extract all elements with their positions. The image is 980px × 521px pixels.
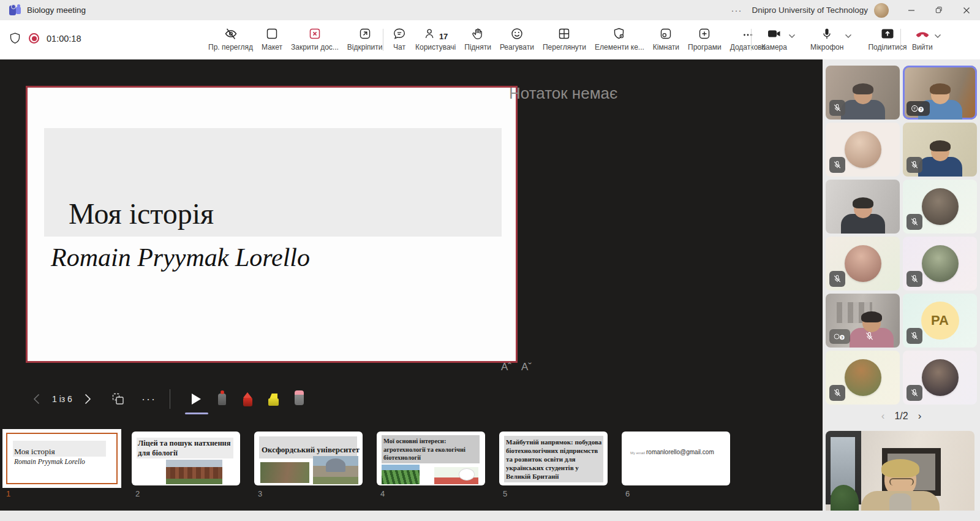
participant-avatar-tile[interactable] xyxy=(826,351,900,405)
slide-thumbnail-6[interactable]: My email romanlorello@gmail.com xyxy=(622,432,730,485)
participant-avatar-tile[interactable] xyxy=(903,237,977,291)
window-title: Biology meeting xyxy=(27,6,86,15)
slide-counter: 1 із 6 xyxy=(52,394,72,404)
participant-avatar-tile[interactable] xyxy=(903,180,977,234)
leave-icon xyxy=(914,25,931,41)
participants-sidebar: ? xyxy=(823,59,980,521)
titlebar-overflow-icon[interactable]: ··· xyxy=(731,5,742,15)
slide-nav-more-button[interactable]: ··· xyxy=(141,393,156,406)
rooms-button[interactable]: Кімнати xyxy=(649,25,684,51)
slide-number-4: 4 xyxy=(380,489,385,498)
slide-thumbnail-1[interactable]: Моя історія Romain Pryymak Lorello xyxy=(2,429,121,488)
microphone-icon xyxy=(820,25,834,41)
presenter-view-button[interactable]: Пр. перегляд xyxy=(204,25,257,51)
participant-video-tile[interactable]: ? xyxy=(826,294,900,348)
participant-video-tile[interactable] xyxy=(826,66,900,120)
participant-avatar-tile[interactable] xyxy=(826,237,900,291)
close-button[interactable] xyxy=(952,0,980,20)
thumbnail-3-garden-photo xyxy=(260,462,309,483)
slide-thumbnail-4[interactable]: Мої основні інтереси: агротехнології та … xyxy=(377,432,485,485)
slide-thumbnail-3[interactable]: Оксфордський університет xyxy=(254,432,363,485)
reaction-badge: ? xyxy=(829,329,850,344)
apps-icon xyxy=(697,25,712,41)
account-avatar[interactable] xyxy=(874,3,889,18)
laser-pointer-button[interactable] xyxy=(212,389,233,409)
unpin-button[interactable]: Відкріпити xyxy=(343,25,387,51)
layout-icon xyxy=(265,25,279,41)
presenter-figure xyxy=(861,463,940,517)
spotlight-video-tile[interactable] xyxy=(826,431,974,517)
next-slide-button[interactable] xyxy=(81,394,95,405)
slide-thumbnail-2[interactable]: Ліцей та пошук натхнення для біології xyxy=(132,432,240,485)
maximize-button[interactable] xyxy=(925,0,952,20)
font-decrease-button[interactable]: Aˇ xyxy=(521,361,532,373)
mic-muted-badge xyxy=(829,271,845,287)
pen-tool-button[interactable] xyxy=(238,389,258,409)
participant-avatar-tile[interactable] xyxy=(826,123,900,177)
cursor-icon xyxy=(192,394,201,405)
minimize-button[interactable] xyxy=(897,0,925,20)
chat-button[interactable]: Чат xyxy=(388,25,411,51)
camera-button[interactable]: Камера xyxy=(757,25,800,51)
raise-hand-button[interactable]: Підняти xyxy=(460,25,496,51)
mic-muted-badge xyxy=(907,271,922,287)
mic-muted-badge xyxy=(907,385,922,401)
window-bottom-strip xyxy=(0,511,980,521)
laser-pointer-icon xyxy=(218,394,226,405)
people-button[interactable]: 17 Користувачі xyxy=(411,25,460,51)
slide-number-3: 3 xyxy=(258,489,262,498)
pagination-next-button[interactable]: › xyxy=(918,410,922,422)
participant-video-tile-active-speaker[interactable]: ? xyxy=(903,66,977,120)
slide-number-6: 6 xyxy=(625,489,630,498)
participant-avatar xyxy=(845,131,881,168)
camera-chevron-icon[interactable] xyxy=(788,34,796,39)
participant-avatar xyxy=(922,359,959,396)
record-indicator xyxy=(29,33,39,44)
cursor-tool-button[interactable] xyxy=(186,389,207,409)
shield-icon[interactable] xyxy=(9,31,21,45)
apps-button[interactable]: Програми xyxy=(684,25,726,51)
share-icon xyxy=(880,25,895,41)
slide-thumbnail-5[interactable]: Майбутній напрямок: побудова біотехнолог… xyxy=(499,432,608,485)
slide-number-5: 5 xyxy=(503,489,507,498)
current-slide[interactable]: Моя історія Romain Pryymak Lorello xyxy=(26,86,518,363)
participants-count: 17 xyxy=(439,32,448,41)
share-button[interactable]: Поділитися xyxy=(864,25,911,51)
thumbnail-4-illustration xyxy=(434,467,478,484)
thumbnail-2-building-photo xyxy=(166,460,222,484)
microphone-button[interactable]: Мікрофон xyxy=(806,25,856,51)
participant-avatar-tile[interactable] xyxy=(903,351,977,405)
mic-muted-badge xyxy=(907,157,922,173)
leave-chevron-icon[interactable] xyxy=(934,34,941,39)
teams-logo-icon xyxy=(9,4,21,17)
control-elements-icon xyxy=(612,25,627,41)
thumbnail-4-field-photo xyxy=(382,465,420,484)
reaction-badge: ? xyxy=(907,101,930,116)
presentation-stage: Моя історія Romain Pryymak Lorello Нотат… xyxy=(0,59,823,511)
view-icon xyxy=(557,25,571,41)
participant-initials-tile[interactable]: PA xyxy=(903,294,977,348)
close-share-button[interactable]: Закрити дос... xyxy=(287,25,343,51)
leave-button[interactable]: Вийти xyxy=(908,25,946,51)
react-icon xyxy=(510,25,524,41)
react-button[interactable]: Реагувати xyxy=(496,25,538,51)
slide-subtitle: Romain Pryymak Lorello xyxy=(51,243,310,272)
highlighter-icon xyxy=(268,398,279,406)
participant-video-tile[interactable] xyxy=(903,123,977,177)
account-name[interactable]: Dnipro University of Technology xyxy=(752,6,868,15)
pagination-label: 1/2 xyxy=(894,411,908,422)
highlighter-tool-button[interactable] xyxy=(263,389,284,409)
previous-slide-button[interactable] xyxy=(29,394,43,405)
view-button[interactable]: Переглянути xyxy=(538,25,590,51)
eraser-tool-button[interactable] xyxy=(289,389,310,409)
more-icon xyxy=(741,25,755,41)
layout-button[interactable]: Макет xyxy=(257,25,287,51)
font-increase-button[interactable]: Aˆ xyxy=(501,361,511,373)
microphone-chevron-icon[interactable] xyxy=(845,34,852,39)
slide-sorter-icon[interactable] xyxy=(111,392,126,406)
pagination-previous-button[interactable]: ‹ xyxy=(881,410,885,422)
mic-muted-badge xyxy=(907,214,922,230)
participant-video-tile[interactable] xyxy=(826,180,900,234)
mic-muted-icon xyxy=(861,328,877,344)
control-elements-button[interactable]: Елементи ке... xyxy=(590,25,649,51)
